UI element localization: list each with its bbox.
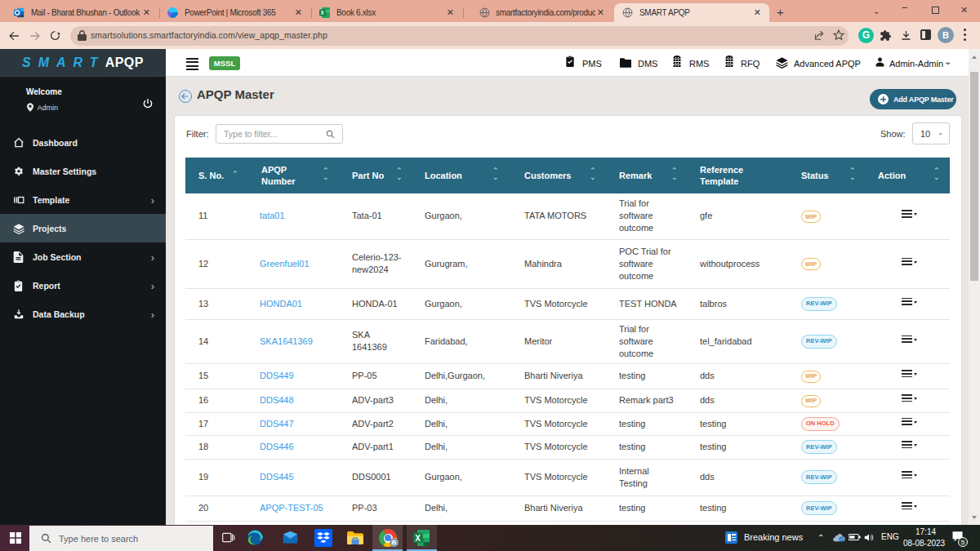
svg-text:X: X — [320, 10, 324, 16]
svg-text:X: X — [415, 534, 421, 543]
